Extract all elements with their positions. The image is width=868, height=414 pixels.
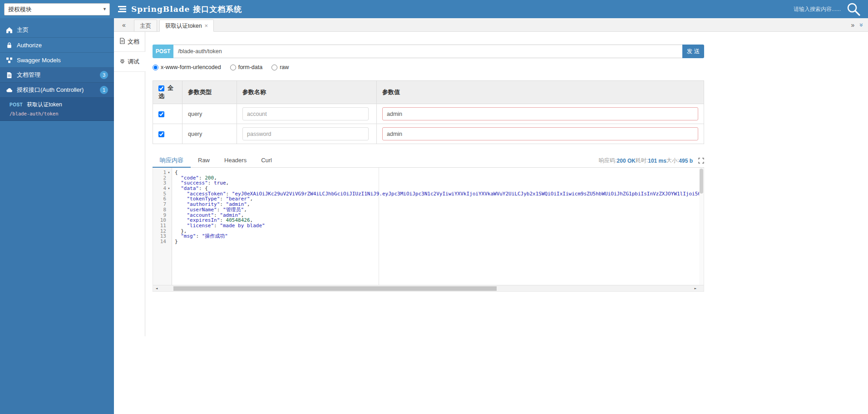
sidebar-item-doc-management[interactable]: 文档管理 3	[0, 68, 114, 83]
sidebar-operation-get-token[interactable]: POST 获取认证token /blade-auth/token	[0, 98, 114, 121]
response-section: 响应内容 Raw Headers Curl 响应码: 200 OK 耗时: 10…	[153, 154, 704, 292]
gutter-line: 5	[153, 191, 172, 197]
param-value-input[interactable]	[382, 127, 698, 140]
gutter-line: 4▾	[153, 186, 172, 191]
sidebar-item-label: 主页	[17, 26, 29, 34]
tabs-list-toggle-icon[interactable]: »	[858, 23, 865, 27]
operation-method-label: POST	[10, 102, 23, 107]
code-line: {	[175, 170, 699, 175]
debug-icon	[119, 58, 125, 65]
param-row-checkbox[interactable]	[158, 111, 164, 117]
content-type-option[interactable]: x-www-form-urlencoded	[153, 64, 221, 70]
gutter-line: 1▾	[153, 170, 172, 175]
search-icon[interactable]	[846, 2, 861, 16]
editor-gutter: 1▾234▾567891011121314	[153, 168, 172, 285]
sidebar-item-label: Swagger Models	[17, 57, 61, 64]
tab-close-icon[interactable]: ×	[205, 20, 208, 32]
sidebar-item-label: Authorize	[17, 42, 42, 49]
code-line: "authority": "admin",	[175, 202, 699, 207]
sidebar: 主页 Authorize Swagger Models 文档管理 3 授权接口(…	[0, 18, 114, 414]
code-line: }	[175, 239, 699, 244]
code-line: "accessToken": "eyJ0eXAiOiJKc29uV2ViVG9r…	[175, 191, 699, 197]
tab-headers[interactable]: Headers	[217, 154, 254, 168]
request-url-input[interactable]	[173, 45, 682, 58]
sidebar-item-swagger-models[interactable]: Swagger Models	[0, 53, 114, 68]
app-header: 授权模块 ▼ SpringBlade 接口文档系统	[0, 0, 868, 18]
content-type-option[interactable]: form-data	[230, 64, 263, 70]
response-meta: 响应码: 200 OK 耗时: 101 ms 大小: 495 b	[599, 157, 704, 165]
tab-home[interactable]: 主页	[134, 20, 157, 32]
scroll-right-icon[interactable]: ►	[692, 285, 699, 291]
send-button[interactable]: 发 送	[682, 45, 704, 58]
main-area: « 主页 获取认证token × » » 文档 调试	[114, 18, 868, 414]
editor-hscrollbar[interactable]: ◄ ►	[153, 285, 704, 291]
gutter-line: 8	[153, 207, 172, 213]
sidebar-item-home[interactable]: 主页	[0, 23, 114, 38]
header-right	[773, 2, 868, 16]
tab-raw[interactable]: Raw	[191, 154, 217, 168]
gutter-line: 2	[153, 175, 172, 181]
content-type-option[interactable]: raw	[271, 64, 289, 70]
models-icon	[6, 57, 13, 64]
home-icon	[6, 27, 13, 34]
tab-label: 主页	[140, 20, 151, 32]
module-select-wrap: 授权模块 ▼	[4, 3, 110, 15]
size-label: 大小:	[666, 157, 679, 165]
document-icon	[6, 72, 13, 79]
param-row-checkbox[interactable]	[158, 131, 164, 137]
tab-response-content[interactable]: 响应内容	[153, 154, 191, 168]
tab-document[interactable]: 文档	[114, 32, 145, 52]
time-label: 耗时:	[636, 157, 648, 165]
fold-icon[interactable]: ▾	[166, 186, 172, 191]
scroll-left-icon[interactable]: ◄	[153, 285, 160, 291]
sidebar-item-auth-controller[interactable]: 授权接口(Auth Controller) 1	[0, 83, 114, 98]
vscroll-thumb[interactable]	[700, 169, 703, 194]
fold-icon[interactable]: ▾	[166, 170, 172, 175]
tab-debug[interactable]: 调试	[114, 52, 146, 72]
content-type-radio[interactable]	[230, 65, 236, 70]
param-name-input[interactable]	[242, 107, 369, 120]
tabs-scroll-left-icon[interactable]: «	[114, 18, 134, 31]
module-select[interactable]: 授权模块	[4, 3, 110, 15]
method-label: POST	[153, 45, 173, 58]
hscroll-thumb[interactable]	[173, 286, 497, 291]
content-type-label: form-data	[238, 64, 263, 70]
request-url-row: POST 发 送	[153, 45, 704, 58]
code-line: "license": "made by blade"	[175, 223, 699, 229]
operation-path: /blade-auth/token	[10, 111, 109, 116]
tab-bar: « 主页 获取认证token × » »	[114, 18, 868, 32]
param-name-input[interactable]	[242, 127, 369, 140]
editor-vscrollbar[interactable]	[699, 168, 704, 285]
brand-logo-icon	[118, 5, 127, 13]
gutter-line: 7	[153, 202, 172, 207]
response-tabs: 响应内容 Raw Headers Curl 响应码: 200 OK 耗时: 10…	[153, 154, 704, 168]
search-input[interactable]	[773, 6, 841, 12]
doc-tab-label: 调试	[128, 58, 139, 66]
param-row-password: query	[153, 124, 704, 144]
tab-get-token[interactable]: 获取认证token ×	[159, 20, 214, 32]
code-line: "success": true,	[175, 180, 699, 186]
param-row-account: query	[153, 104, 704, 124]
doc-tab-strip: 文档 调试	[114, 32, 145, 336]
column-header: 参数名称	[237, 81, 377, 104]
tab-curl[interactable]: Curl	[254, 154, 279, 168]
param-value-input[interactable]	[382, 107, 698, 120]
content-type-radio[interactable]	[271, 65, 277, 70]
content-type-options: x-www-form-urlencoded form-data raw	[153, 64, 704, 70]
content-body: 文档 调试 POST 发 送 x-www-form-ur	[114, 32, 868, 414]
tab-label: 获取认证token	[165, 20, 202, 32]
select-all-header: 全选	[153, 81, 182, 104]
operation-name: 获取认证token	[27, 101, 62, 109]
code-line: "msg": "操作成功"	[175, 234, 699, 239]
gutter-line: 14	[153, 239, 172, 244]
fullscreen-icon[interactable]	[698, 158, 704, 164]
sidebar-item-authorize[interactable]: Authorize	[0, 38, 114, 53]
app-title: SpringBlade 接口文档系统	[131, 4, 242, 15]
param-type: query	[182, 124, 237, 144]
select-all-checkbox[interactable]	[158, 85, 164, 91]
tabbar-right: » »	[851, 18, 863, 32]
size-value: 495 b	[679, 158, 693, 164]
tabs-scroll-right-icon[interactable]: »	[851, 21, 854, 29]
param-type: query	[182, 104, 237, 124]
content-type-radio[interactable]	[153, 65, 158, 70]
